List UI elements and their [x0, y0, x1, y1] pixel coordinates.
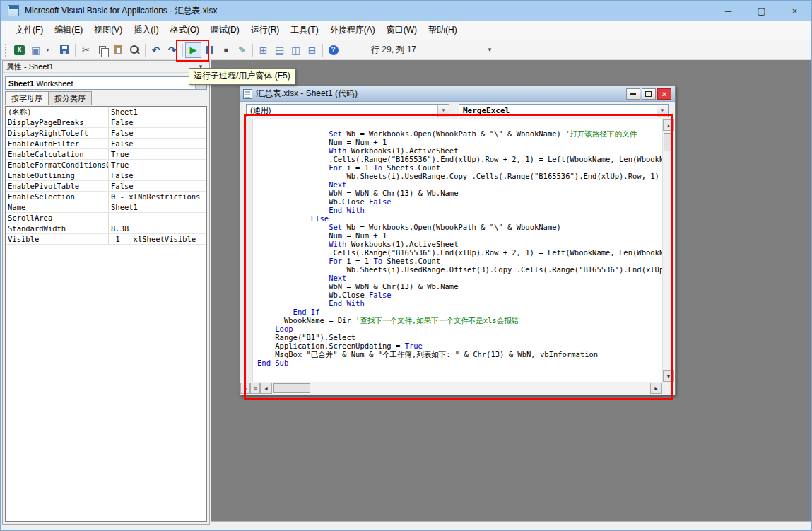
redo-icon: ↷: [168, 45, 177, 55]
toolbox-icon: ⊟: [308, 45, 317, 55]
property-value: False: [109, 181, 206, 191]
full-module-view-button[interactable]: [250, 383, 260, 394]
property-row[interactable]: (名称)Sheet1: [6, 107, 206, 117]
menu-item-debug[interactable]: 调试(D): [206, 21, 245, 40]
scroll-down-icon[interactable]: [663, 370, 674, 382]
object-dropdown-icon[interactable]: [437, 105, 449, 117]
insert-userform-dropdown-icon[interactable]: ▾: [44, 47, 52, 53]
menu-item-insert[interactable]: 插入(I): [129, 21, 163, 40]
procedure-dropdown-icon[interactable]: [657, 105, 668, 117]
selected-object-type: Worksheet: [36, 79, 73, 88]
code-line: Wb.Sheets(i).UsedRange.Offset(3).Copy .C…: [257, 265, 662, 274]
property-row[interactable]: DisplayRightToLeftFalse: [6, 128, 206, 139]
scroll-up-icon[interactable]: [663, 119, 674, 131]
property-row[interactable]: EnableOutliningFalse: [6, 170, 206, 181]
horizontal-scroll-track[interactable]: [272, 383, 650, 394]
code-line: Loop: [257, 325, 662, 333]
code-editor[interactable]: Set Wb = Workbooks.Open(WbookPath & "\" …: [253, 119, 662, 382]
property-value: Sheet1: [109, 107, 206, 117]
toolbox-button[interactable]: ⊟: [304, 42, 320, 58]
procedure-dropdown[interactable]: MergeExcel: [459, 104, 669, 117]
property-row[interactable]: EnableAutoFilterFalse: [6, 139, 206, 149]
scroll-left-icon[interactable]: [260, 383, 272, 394]
run-button[interactable]: ▶: [185, 42, 201, 58]
menu-item-addins[interactable]: 外接程序(A): [325, 21, 380, 40]
vertical-scrollbar[interactable]: [662, 119, 674, 382]
window-title: Microsoft Visual Basic for Applications …: [25, 5, 218, 17]
cursor-position-indicator: 行 29, 列 17: [371, 44, 416, 56]
menu-item-format[interactable]: 格式(O): [165, 21, 204, 40]
procedure-view-button[interactable]: [240, 383, 250, 394]
code-window-close-button[interactable]: ×: [657, 88, 671, 100]
toolbar-separator: [54, 44, 54, 57]
maximize-button[interactable]: ▢: [745, 1, 778, 21]
minimize-button[interactable]: ─: [712, 1, 745, 21]
find-button[interactable]: [126, 42, 143, 58]
insert-userform-button[interactable]: ▣: [28, 42, 44, 58]
property-row[interactable]: NameSheet1: [6, 202, 206, 213]
menu-item-tools[interactable]: 工具(T): [286, 21, 323, 40]
property-row[interactable]: EnableFormatConditionsCTrue: [6, 160, 206, 170]
project-explorer-button[interactable]: ⊞: [255, 42, 271, 58]
cut-button[interactable]: ✂: [78, 42, 94, 58]
code-window-restore-button[interactable]: [642, 88, 656, 100]
toolbar-grip[interactable]: [5, 44, 8, 57]
horizontal-scrollbar[interactable]: [240, 383, 662, 394]
vertical-scroll-thumb[interactable]: [664, 133, 673, 151]
property-value: 8.38: [109, 223, 206, 233]
menu-item-window[interactable]: 窗口(W): [382, 21, 422, 40]
property-value: False: [109, 128, 206, 138]
view-excel-button[interactable]: X: [11, 42, 28, 58]
toolbar-overflow-chevron-icon[interactable]: ▼: [487, 47, 493, 53]
code-line: .Cells(.Range("B165536").End(xlUp).Row +…: [257, 155, 662, 163]
object-selector-combobox[interactable]: Sheet1 Worksheet: [5, 76, 207, 90]
code-line: Set Wb = Workbooks.Open(WbookPath & "\" …: [257, 129, 662, 138]
properties-tab-categorized[interactable]: 按分类序: [48, 91, 92, 105]
property-row[interactable]: EnableSelection0 - xlNoRestrictions: [6, 192, 206, 202]
toolbar: X▣▾✂↶↷▶■✎⊞▤◫⊟? 行 29, 列 17 ▼: [1, 40, 811, 60]
menu-item-run[interactable]: 运行(R): [246, 21, 285, 40]
copy-button[interactable]: [94, 42, 110, 58]
horizontal-scroll-thumb[interactable]: [273, 383, 310, 393]
paste-button[interactable]: [110, 42, 126, 58]
object-dropdown-value: (通用): [247, 105, 437, 116]
code-window-minimize-button[interactable]: [626, 88, 640, 100]
object-dropdown[interactable]: (通用): [246, 104, 449, 117]
code-line: Wb.Close False: [257, 197, 662, 206]
property-row[interactable]: ScrollArea: [6, 213, 206, 223]
property-row[interactable]: DisplayPageBreaksFalse: [6, 117, 206, 128]
menu-item-view[interactable]: 视图(V): [89, 21, 127, 40]
property-value: Sheet1: [109, 202, 206, 212]
property-value: [109, 213, 206, 223]
code-margin-indicator-bar[interactable]: [240, 119, 253, 382]
save-button[interactable]: [57, 42, 73, 58]
code-window-title-bar[interactable]: 汇总表.xlsx - Sheet1 (代码) ×: [240, 86, 675, 102]
mdi-bottom-scrollbar[interactable]: [211, 521, 811, 530]
property-row[interactable]: EnableCalculationTrue: [6, 149, 206, 160]
property-row[interactable]: StandardWidth8.38: [6, 223, 206, 234]
design-mode-button[interactable]: ✎: [234, 42, 250, 58]
break-button[interactable]: [201, 42, 218, 58]
property-row[interactable]: EnablePivotTableFalse: [6, 181, 206, 192]
properties-tab-alphabetic[interactable]: 按字母序: [5, 91, 49, 105]
redo-button[interactable]: ↷: [164, 42, 180, 58]
menu-item-file[interactable]: 文件(F): [11, 21, 48, 40]
properties-window-button[interactable]: ▤: [271, 42, 288, 58]
menu-item-edit[interactable]: 编辑(E): [49, 21, 88, 40]
reset-button[interactable]: ■: [218, 42, 234, 58]
scroll-right-icon[interactable]: [650, 383, 662, 394]
property-name: EnableOutlining: [6, 170, 109, 180]
find-icon: [130, 45, 139, 54]
property-name: DisplayRightToLeft: [6, 128, 109, 138]
close-button[interactable]: ×: [778, 1, 811, 21]
code-line: Num = Num + 1: [257, 138, 662, 146]
property-row[interactable]: Visible-1 - xlSheetVisible: [6, 234, 206, 245]
menu-item-help[interactable]: 帮助(H): [423, 21, 462, 40]
help-button[interactable]: ?: [325, 42, 341, 58]
object-browser-button[interactable]: ◫: [288, 42, 304, 58]
properties-window-icon: ▤: [275, 45, 284, 55]
undo-button[interactable]: ↶: [148, 42, 164, 58]
run-button-tooltip: 运行子过程/用户窗体 (F5): [189, 68, 295, 85]
code-line: WbN = WbN & Chr(13) & Wb.Name: [257, 189, 662, 197]
code-pane: Set Wb = Workbooks.Open(WbookPath & "\" …: [240, 119, 674, 382]
